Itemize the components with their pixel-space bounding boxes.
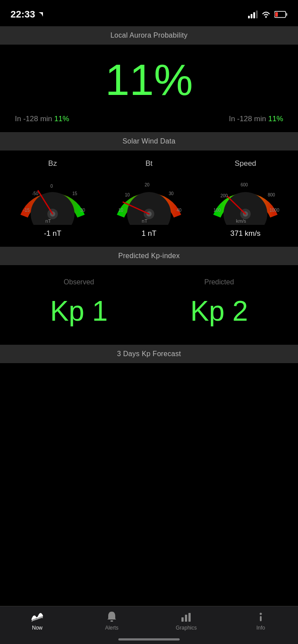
svg-text:1000: 1000 bbox=[270, 208, 280, 213]
svg-rect-33 bbox=[110, 620, 113, 622]
svg-text:200: 200 bbox=[220, 193, 228, 198]
tab-graphics-label: Graphics bbox=[176, 625, 197, 631]
aurora-right-value: 11% bbox=[268, 115, 283, 123]
svg-rect-38 bbox=[260, 616, 262, 621]
bt-gauge-wrap: nT 10 20 30 40 10 bbox=[112, 172, 186, 225]
tab-graphics[interactable]: Graphics bbox=[149, 611, 224, 631]
aurora-left: In -128 min 11% bbox=[15, 115, 69, 123]
speed-gauge-wrap: km/s 100 600 800 1000 200 bbox=[208, 172, 283, 225]
location-icon bbox=[38, 11, 44, 18]
aurora-right: In -128 min 11% bbox=[229, 115, 283, 123]
status-bar: 22:33 bbox=[0, 0, 298, 26]
svg-text:40: 40 bbox=[177, 208, 182, 213]
kp-observed-label: Observed bbox=[50, 278, 108, 286]
wifi-icon bbox=[261, 11, 271, 18]
svg-text:nT: nT bbox=[142, 218, 148, 224]
bz-gauge-svg: nT -15 -50 15 30 0 bbox=[15, 172, 90, 225]
svg-rect-34 bbox=[181, 617, 184, 622]
tab-alerts-label: Alerts bbox=[105, 625, 119, 631]
kp-observed: Observed Kp 1 bbox=[50, 278, 108, 327]
bz-value: -1 nT bbox=[44, 229, 61, 238]
svg-text:km/s: km/s bbox=[236, 218, 246, 224]
svg-text:30: 30 bbox=[169, 191, 174, 196]
now-icon bbox=[31, 611, 43, 623]
tab-now[interactable]: Now bbox=[0, 611, 74, 631]
forecast-header: 3 Days Kp Forecast bbox=[0, 345, 298, 363]
svg-rect-1 bbox=[286, 13, 287, 16]
svg-rect-35 bbox=[185, 615, 187, 622]
svg-text:20: 20 bbox=[145, 182, 150, 187]
solar-wind-section: Bz bbox=[0, 150, 298, 247]
bt-value: 1 nT bbox=[142, 229, 156, 238]
aurora-sub-info: In -128 min 11% In -128 min 11% bbox=[11, 115, 287, 123]
speed-label: Speed bbox=[234, 159, 256, 168]
kp-predicted: Predicted Kp 2 bbox=[190, 278, 248, 327]
bz-gauge-wrap: nT -15 -50 15 30 0 bbox=[15, 172, 90, 225]
aurora-header: Local Aurora Probability bbox=[0, 26, 298, 45]
bz-gauge: Bz bbox=[15, 159, 90, 238]
forecast-section: 3 Days Kp Forecast bbox=[0, 345, 298, 363]
status-icons bbox=[248, 10, 287, 18]
aurora-percentage: 11% bbox=[11, 58, 287, 102]
kp-section: Observed Kp 1 Predicted Kp 2 bbox=[0, 265, 298, 345]
svg-text:15: 15 bbox=[72, 191, 78, 196]
bt-gauge: Bt nT 10 20 bbox=[112, 159, 186, 238]
home-indicator bbox=[118, 638, 180, 640]
svg-text:nT: nT bbox=[46, 218, 51, 224]
svg-text:0: 0 bbox=[50, 184, 53, 189]
signal-bars bbox=[248, 10, 258, 18]
time-display: 22:33 bbox=[11, 9, 35, 20]
svg-text:100: 100 bbox=[213, 208, 221, 213]
tab-alerts[interactable]: Alerts bbox=[74, 611, 149, 631]
tab-info[interactable]: Info bbox=[224, 611, 298, 631]
speed-value: 371 km/s bbox=[231, 229, 261, 238]
aurora-section: 11% In -128 min 11% In -128 min 11% bbox=[0, 45, 298, 132]
info-icon bbox=[255, 611, 267, 623]
aurora-left-label: In -128 min bbox=[15, 115, 52, 123]
tab-info-label: Info bbox=[256, 625, 265, 631]
kp-observed-value: Kp 1 bbox=[50, 295, 108, 327]
battery-icon bbox=[274, 11, 287, 18]
svg-text:10: 10 bbox=[118, 208, 124, 213]
kp-predicted-label: Predicted bbox=[190, 278, 248, 286]
bt-gauge-svg: nT 10 20 30 40 10 bbox=[112, 172, 186, 225]
svg-rect-2 bbox=[275, 12, 278, 17]
svg-text:600: 600 bbox=[241, 182, 248, 187]
svg-text:10: 10 bbox=[125, 192, 130, 197]
svg-rect-36 bbox=[188, 613, 191, 622]
status-time: 22:33 bbox=[11, 9, 44, 20]
graphics-icon bbox=[180, 611, 192, 623]
alerts-icon bbox=[106, 611, 118, 623]
kp-header: Predicted Kp-index bbox=[0, 247, 298, 265]
tab-now-label: Now bbox=[32, 625, 43, 631]
svg-text:800: 800 bbox=[268, 192, 275, 197]
svg-text:-15: -15 bbox=[23, 208, 30, 213]
svg-text:30: 30 bbox=[80, 208, 85, 213]
aurora-left-value: 11% bbox=[54, 115, 69, 123]
speed-gauge: Speed km/s 100 600 bbox=[208, 159, 283, 238]
kp-predicted-value: Kp 2 bbox=[190, 295, 248, 327]
solar-wind-header: Solar Wind Data bbox=[0, 132, 298, 150]
aurora-right-label: In -128 min bbox=[229, 115, 266, 123]
bt-label: Bt bbox=[145, 159, 153, 168]
speed-gauge-svg: km/s 100 600 800 1000 200 bbox=[208, 172, 283, 225]
svg-text:-50: -50 bbox=[32, 191, 39, 196]
bz-label: Bz bbox=[48, 159, 57, 168]
svg-point-37 bbox=[260, 613, 262, 615]
